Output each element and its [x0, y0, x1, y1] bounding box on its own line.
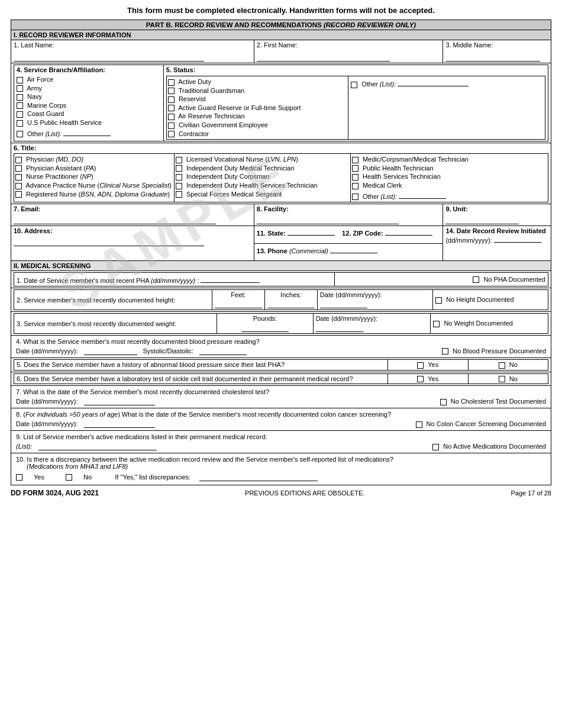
pa-checkbox[interactable]	[15, 165, 22, 172]
idmt-checkbox[interactable]	[176, 165, 182, 172]
q6-no-checkbox[interactable]	[499, 376, 505, 382]
np-checkbox[interactable]	[15, 174, 22, 181]
title-row: 6. Title: Physician (MD, DO) Physician A…	[11, 143, 551, 204]
part-header: PART B. RECORD REVIEW AND RECOMMENDATION…	[11, 20, 551, 30]
branch-airforce: Air Force	[17, 76, 161, 83]
title-other-checkbox[interactable]	[352, 194, 358, 200]
date-review-cell: 14. Date Record Review Initiated (dd/mmm…	[443, 226, 551, 261]
physician-checkbox[interactable]	[15, 157, 22, 163]
footer-form: DD FORM 3024, AUG 2021	[11, 489, 99, 497]
middle-name-cell: 3. Middle Name:	[443, 40, 551, 63]
title-hst: Health Services Technician	[352, 173, 547, 181]
status-contractor: Contractor	[168, 130, 347, 138]
last-name-cell: 1. Last Name:	[11, 40, 254, 63]
branch-coast-guard: Coast Guard	[17, 110, 161, 118]
title-idc: Independent Duty Corpsman	[176, 173, 349, 181]
unit-cell: 9. Unit:	[443, 204, 551, 226]
rn-checkbox[interactable]	[15, 191, 22, 198]
idc-checkbox[interactable]	[176, 174, 182, 181]
facility-cell: 8. Facility:	[254, 204, 443, 226]
reservist-checkbox[interactable]	[168, 96, 175, 103]
agr-checkbox[interactable]	[168, 105, 175, 111]
no-chol-checkbox[interactable]	[440, 399, 447, 405]
main-form-table: PART B. RECORD REVIEW AND RECOMMENDATION…	[11, 20, 551, 485]
footer: DD FORM 3024, AUG 2021 PREVIOUS EDITIONS…	[11, 489, 551, 497]
med-q5-row: 5. Does the Service member have a histor…	[11, 358, 551, 372]
coast-guard-checkbox[interactable]	[17, 111, 23, 118]
marines-checkbox[interactable]	[17, 102, 23, 109]
airforce-checkbox[interactable]	[17, 77, 23, 83]
status-reservist: Reservist	[168, 95, 347, 103]
no-pha-checkbox[interactable]	[473, 276, 479, 283]
branch-status-row: 4. Service Branch/Affiliation: Air Force…	[11, 63, 551, 143]
section1-header: I. RECORD REVIEWER INFORMATION	[11, 30, 551, 40]
page-title: This form must be completed electronical…	[11, 6, 551, 15]
no-colon-checkbox[interactable]	[416, 421, 422, 428]
med-q7-row: 7. What is the date of the Service membe…	[11, 386, 551, 408]
q10-no-checkbox[interactable]	[66, 474, 72, 481]
status-trad-guard: Traditional Guardsman	[168, 87, 347, 95]
trad-guard-checkbox[interactable]	[168, 88, 175, 94]
status-other-row: Other (List):	[351, 78, 542, 88]
apn-checkbox[interactable]	[15, 183, 22, 189]
title-medic: Medic/Corpsman/Medical Technician	[352, 156, 547, 163]
q10-yes-checkbox[interactable]	[16, 474, 22, 481]
no-height-checkbox[interactable]	[435, 297, 442, 304]
title-sfms: Special Forces Medical Sergeant	[176, 191, 349, 198]
art-checkbox[interactable]	[168, 114, 175, 120]
first-name-cell: 2. First Name:	[254, 40, 443, 63]
med-q4-row: 4. What is the Service member's most rec…	[11, 336, 551, 358]
state-zip-cell: 11. State: 12. ZIP Code:	[254, 226, 443, 244]
section2-header: II. MEDICAL SCREENING	[11, 261, 551, 271]
branch-other: Other (List):	[17, 128, 161, 138]
branch-navy: Navy	[17, 93, 161, 101]
contractor-checkbox[interactable]	[168, 131, 175, 137]
no-bp-checkbox[interactable]	[442, 348, 448, 355]
no-meds-checkbox[interactable]	[432, 444, 439, 450]
army-checkbox[interactable]	[17, 85, 23, 92]
lvn-checkbox[interactable]	[176, 157, 182, 163]
title-apn: Advance Practice Nurse (Clinical Nurse S…	[15, 182, 173, 189]
title-pht: Public Health Technician	[352, 165, 547, 172]
med-q6-row: 6. Does the Service member have a labora…	[11, 372, 551, 386]
status-cge: Civilian Government Employee	[168, 121, 347, 129]
no-weight-checkbox[interactable]	[433, 321, 440, 327]
idhst-checkbox[interactable]	[176, 183, 182, 189]
sfms-checkbox[interactable]	[176, 191, 182, 198]
email-cell: 7. Email:	[11, 204, 254, 226]
title-idhst: Independent Duty Health Services Technic…	[176, 182, 349, 189]
med-q10-row: 10. Is there a discrepancy between the a…	[11, 453, 551, 485]
branch-marines: Marine Corps	[17, 102, 161, 109]
title-pa: Physician Assistant (PA)	[15, 165, 173, 172]
med-q1-row: 1. Date of Service member's most recent …	[11, 271, 551, 288]
title-clerk: Medical Clerk	[352, 182, 547, 189]
branch-other-checkbox[interactable]	[17, 131, 23, 137]
phone-cell: 13. Phone (Commercial)	[254, 243, 443, 261]
usphs-checkbox[interactable]	[17, 120, 23, 127]
active-duty-checkbox[interactable]	[168, 79, 175, 86]
address-cell: 10. Address:	[11, 226, 254, 261]
q5-no-checkbox[interactable]	[499, 362, 505, 369]
q5-yes-checkbox[interactable]	[417, 362, 424, 369]
title-physician: Physician (MD, DO)	[15, 156, 173, 163]
medic-checkbox[interactable]	[352, 157, 358, 163]
navy-checkbox[interactable]	[17, 94, 23, 101]
cge-checkbox[interactable]	[168, 123, 175, 129]
status-art: Air Reserve Technician	[168, 112, 347, 120]
branch-army: Army	[17, 85, 161, 92]
status-agr: Active Guard Reserve or Full-time Suppor…	[168, 104, 347, 112]
title-lvn: Licensed Vocational Nurse (LVN, LPN)	[176, 156, 349, 163]
q6-yes-checkbox[interactable]	[417, 376, 424, 382]
title-np: Nurse Practitioner (NP)	[15, 173, 173, 181]
hst-checkbox[interactable]	[352, 174, 358, 181]
pht-checkbox[interactable]	[352, 165, 358, 172]
footer-editions: PREVIOUS EDITIONS ARE OBSOLETE.	[245, 489, 364, 497]
med-q9-row: 9. List of Service member's active medic…	[11, 431, 551, 453]
status-other-checkbox[interactable]	[351, 82, 357, 88]
med-q3-row: 3. Service member's most recently docume…	[11, 312, 551, 336]
title-other: Other (List):	[352, 191, 547, 201]
clerk-checkbox[interactable]	[352, 183, 358, 189]
footer-page: Page 17 of 28	[511, 489, 551, 497]
title-rn: Registered Nurse (BSN, ADN, Diploma Grad…	[15, 191, 173, 198]
branch-usphs: U.S Public Health Service	[17, 119, 161, 127]
